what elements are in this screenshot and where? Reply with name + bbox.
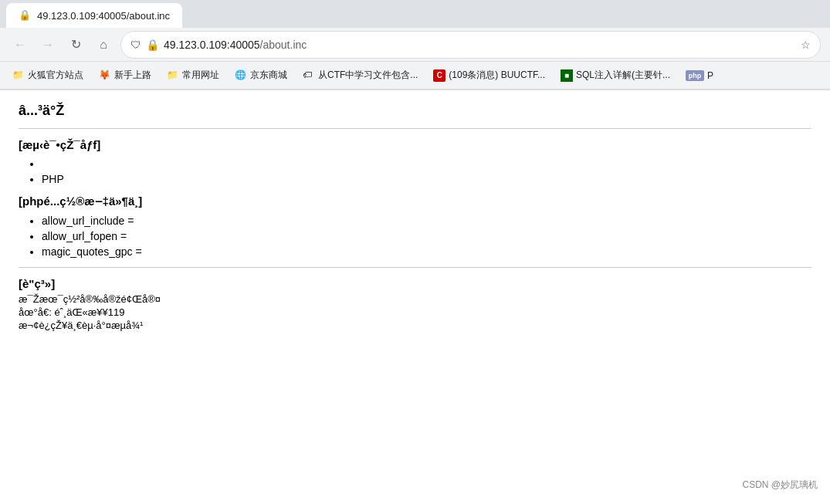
back-button[interactable] — [9, 34, 31, 56]
page-content: â...³ä°Ž [æµ‹è¯•çŽ¯åƒf] PHP [phpé...ç½®æ… — [0, 90, 830, 345]
folder-icon — [12, 69, 25, 82]
divider-2 — [19, 267, 811, 268]
page-title: â...³ä°Ž — [19, 103, 811, 119]
firefox-icon — [99, 69, 111, 82]
bookmark-star-icon[interactable]: ☆ — [801, 39, 811, 51]
bookmark-label: P — [707, 70, 713, 81]
config-item-1: allow_url_include = — [42, 215, 811, 227]
config-list: allow_url_include = allow_url_fopen = ma… — [19, 215, 811, 258]
home-button[interactable] — [93, 34, 114, 56]
c-icon: C — [433, 69, 445, 82]
bookmark-label: 常用网址 — [182, 69, 219, 82]
list-item-empty — [42, 157, 811, 170]
divider-1 — [19, 128, 811, 129]
bookmarks-bar: 火狐官方站点 新手上路 常用网址 京东商城 从CTF中学习文件包含... C (… — [0, 62, 830, 90]
config-item-2: allow_url_fopen = — [42, 230, 811, 242]
bookmark-label: 京东商城 — [250, 69, 287, 82]
bookmark-huhu[interactable]: 火狐官方站点 — [6, 66, 90, 85]
config-section: [phpé...ç½®æ‒‡ä»¶ä¸] allow_url_include =… — [19, 194, 811, 258]
refresh-button[interactable] — [65, 34, 86, 56]
config-item-3: magic_quotes_gpc = — [42, 245, 811, 258]
security-icon: 🛡 — [130, 39, 141, 51]
address-domain: 49.123.0.109:40005 — [164, 39, 260, 51]
address-path: /about.inc — [260, 39, 307, 51]
bookmark-jd[interactable]: 京东商城 — [229, 66, 293, 85]
section1-heading: [æµ‹è¯•çŽ¯åƒf] — [19, 138, 811, 151]
globe-icon — [235, 69, 247, 82]
bookmark-buuctf[interactable]: C (109条消息) BUUCTF... — [427, 66, 551, 85]
address-bar[interactable]: 🛡 🔒 49.123.0.109:40005/about.inc ☆ — [120, 31, 821, 59]
tab-favicon: 🔒 — [19, 9, 31, 22]
bookmark-ctf[interactable]: 从CTF中学习文件包含... — [296, 66, 424, 85]
browser-chrome: 🔒 49.123.0.109:40005/about.inc 🛡 🔒 49.12… — [0, 0, 830, 90]
active-tab[interactable]: 🔒 49.123.0.109:40005/about.inc — [6, 3, 182, 28]
bookmark-label: 新手上路 — [114, 69, 151, 82]
bookmark-label: 火狐官方站点 — [28, 69, 83, 82]
tab-title: 49.123.0.109:40005/about.inc — [37, 10, 170, 22]
back-icon — [14, 38, 26, 52]
forward-icon — [42, 38, 54, 52]
tab-bar: 🔒 49.123.0.109:40005/about.inc — [0, 0, 830, 28]
address-text: 49.123.0.109:40005/about.inc — [164, 39, 796, 51]
tag-icon — [303, 69, 315, 82]
watermark: CSDN @妙尻璃机 — [742, 479, 818, 492]
notes-section: [è"ç³»] æ¯Žæœ¯ç½²å®‰å®žé¢Œå®¤ åœ°å€: éˆ¸… — [19, 277, 811, 331]
folder-icon — [167, 69, 179, 82]
notes-line-3: æ¬¢è¿çŽ¥ä¸€èµ·å°¤æµå¾¹ — [19, 320, 811, 331]
bookmark-label: 从CTF中学习文件包含... — [318, 69, 418, 82]
config-title: [phpé...ç½®æ‒‡ä»¶ä¸] — [19, 194, 811, 208]
list-item-php: PHP — [42, 173, 811, 185]
notes-title: [è"ç³»] — [19, 277, 811, 290]
bookmark-common[interactable]: 常用网址 — [161, 66, 225, 85]
bookmark-php[interactable]: php P — [679, 67, 720, 84]
bookmark-label: SQL注入详解(主要针... — [576, 69, 670, 82]
toolbar: 🛡 🔒 49.123.0.109:40005/about.inc ☆ — [0, 28, 830, 62]
bookmark-newbie[interactable]: 新手上路 — [93, 66, 158, 85]
notes-line-1: æ¯Žæœ¯ç½²å®‰å®žé¢Œå®¤ — [19, 293, 811, 305]
notes-line-2: åœ°å€: éˆ¸äŒ«æ¥¥119 — [19, 306, 811, 318]
forward-button[interactable] — [37, 34, 59, 56]
refresh-icon — [71, 37, 81, 52]
bookmark-sql[interactable]: ■ SQL注入详解(主要针... — [554, 66, 676, 85]
list: PHP — [19, 157, 811, 185]
sql-icon: ■ — [561, 69, 573, 82]
home-icon — [100, 38, 107, 52]
php-icon: php — [686, 70, 704, 81]
lock-icon: 🔒 — [146, 39, 159, 51]
bookmark-label: (109条消息) BUUCTF... — [449, 69, 545, 82]
